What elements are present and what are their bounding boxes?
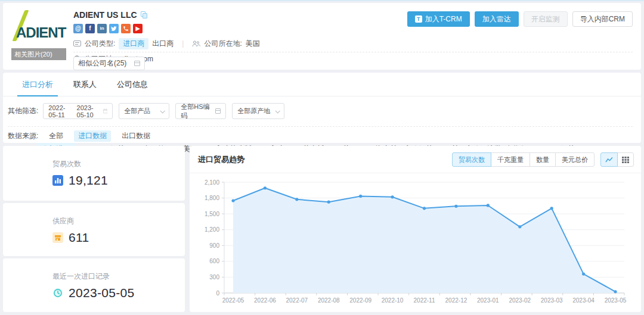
import-crm-label: 导入内部CRM: [580, 14, 625, 24]
svg-text:2022-07: 2022-07: [286, 297, 308, 304]
calendar-icon: [103, 108, 107, 114]
analysis-panel-card: 进口分析 联系人 公司信息 其他筛选: 2022-05-11 2023-05-1…: [3, 73, 641, 143]
supplier-label: 供应商: [52, 216, 185, 226]
svg-text:1,800: 1,800: [205, 195, 219, 201]
metric-trade-count-button[interactable]: 贸易次数: [452, 152, 491, 167]
line-chart-view-button[interactable]: [600, 152, 618, 167]
add-tcrm-button[interactable]: T 加入T-CRM: [407, 11, 470, 27]
bar-chart-icon: [52, 175, 63, 186]
start-monitor-label: 开启监测: [531, 14, 560, 24]
trend-line-chart: 03006009001,2001,5001,8002,1002022-05202…: [196, 174, 635, 309]
date-start: 2022-05-11: [48, 104, 71, 118]
location-value: 美国: [246, 39, 260, 49]
svg-text:300: 300: [209, 274, 219, 280]
header-divider: [73, 52, 633, 52]
metric-usd-total-button[interactable]: 美元总价: [555, 152, 595, 167]
phone-icon[interactable]: [121, 24, 131, 33]
origin-select-value: 全部原产地: [237, 107, 270, 116]
tcrm-icon: T: [415, 15, 422, 23]
separator: |: [182, 39, 184, 48]
supplier-count-card: 供应商 611: [3, 203, 185, 256]
svg-text:2023-02: 2023-02: [509, 297, 531, 304]
source-import-data[interactable]: 进口数据: [74, 130, 111, 142]
hs-code-value: 全部HS编码: [181, 102, 215, 120]
metric-button-group: 贸易次数 千克重量 数量 美元总价: [452, 152, 595, 167]
svg-text:2023-05: 2023-05: [605, 297, 627, 304]
date-range-picker[interactable]: 2022-05-11 2023-05-10: [43, 103, 113, 119]
tab-import-analysis[interactable]: 进口分析: [21, 73, 54, 96]
svg-text:2023-01: 2023-01: [477, 297, 499, 304]
trade-count-value: 19,121: [69, 173, 108, 188]
chart-title: 进口贸易趋势: [198, 154, 244, 165]
hs-code-select[interactable]: 全部HS编码: [175, 103, 226, 119]
origin-select[interactable]: 全部原产地: [232, 103, 284, 119]
add-radar-label: 加入雷达: [482, 14, 511, 24]
chevron-down-icon: [275, 108, 280, 113]
chevron-down-icon: [160, 108, 165, 113]
svg-text:2022-09: 2022-09: [349, 297, 371, 304]
tab-contacts[interactable]: 联系人: [72, 73, 98, 96]
supplier-value: 611: [69, 230, 89, 245]
product-select-value: 全部产品: [124, 107, 150, 116]
table-view-button[interactable]: [617, 152, 634, 167]
last-import-card: 最近一次进口记录 2023-05-05: [3, 258, 185, 312]
source-export-data[interactable]: 出口数据: [122, 131, 150, 141]
hs-code-icon: [215, 108, 221, 114]
company-type-label: 公司类型:: [85, 39, 115, 49]
header-actions: T 加入T-CRM 加入雷达 开启监测 导入内部CRM: [407, 11, 633, 27]
svg-text:1,200: 1,200: [205, 226, 219, 233]
source-all[interactable]: 全部: [49, 131, 63, 141]
data-source-label: 数据来源:: [8, 131, 38, 141]
importer-tag[interactable]: 进口商: [119, 38, 148, 49]
start-monitor-button[interactable]: 开启监测: [524, 11, 568, 27]
svg-text:600: 600: [209, 258, 219, 264]
metric-weight-button[interactable]: 千克重量: [491, 152, 530, 167]
clock-icon: [52, 288, 63, 298]
svg-text:0: 0: [216, 290, 219, 297]
view-toggle-group: [600, 152, 634, 167]
filter-row: 其他筛选: 2022-05-11 2023-05-10 全部产品 全部HS编码 …: [8, 103, 290, 119]
tab-company-info[interactable]: 公司信息: [116, 73, 149, 96]
last-import-value: 2023-05-05: [69, 286, 134, 300]
exporter-tag[interactable]: 出口商: [152, 39, 174, 49]
chart-controls: 贸易次数 千克重量 数量 美元总价: [452, 152, 634, 167]
trade-count-label: 贸易次数: [52, 159, 185, 169]
svg-text:2022-08: 2022-08: [318, 297, 340, 304]
linkedin-icon[interactable]: in: [97, 24, 107, 33]
add-tcrm-label: 加入T-CRM: [425, 14, 462, 24]
twitter-icon[interactable]: [109, 24, 119, 33]
svg-text:2022-06: 2022-06: [254, 297, 276, 304]
add-radar-button[interactable]: 加入雷达: [475, 11, 519, 27]
svg-text:2,100: 2,100: [205, 179, 219, 186]
similar-company-label: 相似公司名(25): [78, 58, 126, 68]
svg-text:2022-10: 2022-10: [382, 297, 404, 304]
import-crm-button[interactable]: 导入内部CRM: [572, 11, 633, 27]
youtube-icon[interactable]: ▶: [133, 24, 143, 33]
location-label: 公司所在地:: [204, 39, 242, 49]
metric-quantity-button[interactable]: 数量: [530, 152, 556, 167]
adient-logo-image: ADIENT: [11, 9, 66, 47]
line-chart-icon: [605, 157, 613, 163]
company-header-card: ADIENT 相关图片(20) ADIENT US LLC @ f in ▶ 公…: [3, 3, 641, 70]
data-source-row: 数据来源: 全部 进口数据 出口数据: [8, 130, 150, 142]
facebook-icon[interactable]: f: [85, 24, 95, 33]
trend-chart-card: 进口贸易趋势 贸易次数 千克重量 数量 美元总价 03006009001,200…: [190, 146, 641, 312]
product-select[interactable]: 全部产品: [119, 103, 169, 119]
filter-divider: [8, 126, 633, 127]
svg-text:2022-12: 2022-12: [445, 297, 467, 304]
company-name: ADIENT US LLC: [73, 10, 137, 20]
last-import-label: 最近一次进口记录: [52, 272, 185, 282]
svg-text:2023-03: 2023-03: [541, 297, 563, 304]
svg-text:2022-11: 2022-11: [414, 297, 435, 304]
similar-company-select[interactable]: 相似公司名(25): [73, 57, 145, 70]
company-type-icon: [73, 40, 81, 47]
related-images-badge[interactable]: 相关图片(20): [11, 48, 66, 60]
logo-wordmark: ADIENT: [16, 24, 66, 41]
svg-text:2022-05: 2022-05: [222, 297, 244, 304]
copy-icon[interactable]: [141, 11, 148, 18]
svg-text:900: 900: [209, 242, 219, 249]
company-logo[interactable]: ADIENT 相关图片(20): [11, 9, 66, 60]
location-icon: [192, 40, 200, 47]
table-icon: [622, 157, 629, 163]
website-icon[interactable]: @: [73, 24, 83, 33]
